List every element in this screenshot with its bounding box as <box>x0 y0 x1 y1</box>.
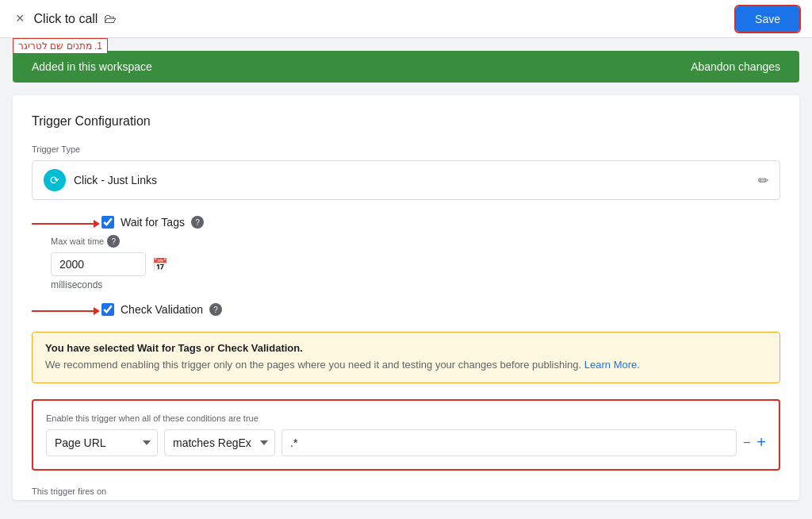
save-button[interactable]: Save <box>736 6 799 32</box>
check-validation-label: Check Validation <box>121 303 203 316</box>
folder-icon[interactable]: 🗁 <box>104 12 117 26</box>
trigger-type-icon: ⟳ <box>44 169 66 191</box>
warning-text: We recommend enabling this trigger only … <box>45 357 767 373</box>
condition-value-input[interactable] <box>282 429 737 456</box>
max-wait-time-section: Max wait time ? 📅 milliseconds <box>51 235 780 290</box>
max-wait-label: Max wait time ? <box>51 235 780 248</box>
workspace-banner: Added in this workspace Abandon changes <box>13 51 799 83</box>
wait-for-tags-checkbox[interactable] <box>102 216 114 229</box>
max-wait-input[interactable] <box>51 252 146 276</box>
fires-on-label: This trigger fires on <box>32 486 780 496</box>
wait-for-tags-help-icon[interactable]: ? <box>191 216 204 229</box>
condition-section: Enable this trigger when all of these co… <box>32 399 780 471</box>
add-condition-button[interactable]: + <box>756 433 766 452</box>
wait-for-tags-row: Wait for Tags ? <box>102 216 204 229</box>
close-button[interactable]: × <box>13 7 28 30</box>
max-wait-help-icon[interactable]: ? <box>107 235 120 248</box>
section-title: Trigger Configuration <box>32 114 780 129</box>
main-content: Trigger Configuration Trigger Type ⟳ Cli… <box>13 95 799 500</box>
remove-condition-button[interactable]: − <box>743 436 750 450</box>
trigger-type-inner: ⟳ Click - Just Links <box>44 169 157 191</box>
edit-trigger-icon[interactable]: ✏ <box>758 173 768 188</box>
condition-label: Enable this trigger when all of these co… <box>46 413 766 423</box>
operator-select[interactable]: matches RegEx contains equals starts wit… <box>164 429 275 456</box>
error-label: 1. מתנים שם לטריגר <box>13 38 108 54</box>
fires-on-section: This trigger fires on All Link Clicks So… <box>32 486 780 501</box>
wait-for-tags-label: Wait for Tags <box>121 216 185 229</box>
check-validation-row: Check Validation ? <box>102 303 222 316</box>
banner-text: Added in this workspace <box>32 60 152 73</box>
page-url-select[interactable]: Page URL Page Path Page Hostname Referre… <box>46 429 158 456</box>
time-input-row: 📅 <box>51 252 780 276</box>
warning-title: You have selected Wait for Tags or Check… <box>45 342 767 354</box>
abandon-changes-button[interactable]: Abandon changes <box>691 60 780 73</box>
warning-box: You have selected Wait for Tags or Check… <box>32 332 780 383</box>
calendar-icon[interactable]: 📅 <box>152 257 168 272</box>
arrow-check-validation <box>32 310 95 312</box>
check-validation-checkbox[interactable] <box>102 303 114 316</box>
trigger-type-label: Trigger Type <box>32 144 780 154</box>
top-bar-left: × Click to call 🗁 <box>13 7 117 30</box>
milliseconds-label: milliseconds <box>51 279 780 290</box>
trigger-type-row: ⟳ Click - Just Links ✏ <box>32 160 780 200</box>
top-bar: × Click to call 🗁 Save <box>0 0 812 38</box>
arrow-wait-for-tags <box>32 223 95 225</box>
check-validation-help-icon[interactable]: ? <box>209 303 222 316</box>
condition-row: Page URL Page Path Page Hostname Referre… <box>46 429 766 456</box>
trigger-type-name: Click - Just Links <box>74 174 157 186</box>
page-title: Click to call <box>34 12 98 26</box>
learn-more-link[interactable]: Learn More. <box>584 359 640 371</box>
